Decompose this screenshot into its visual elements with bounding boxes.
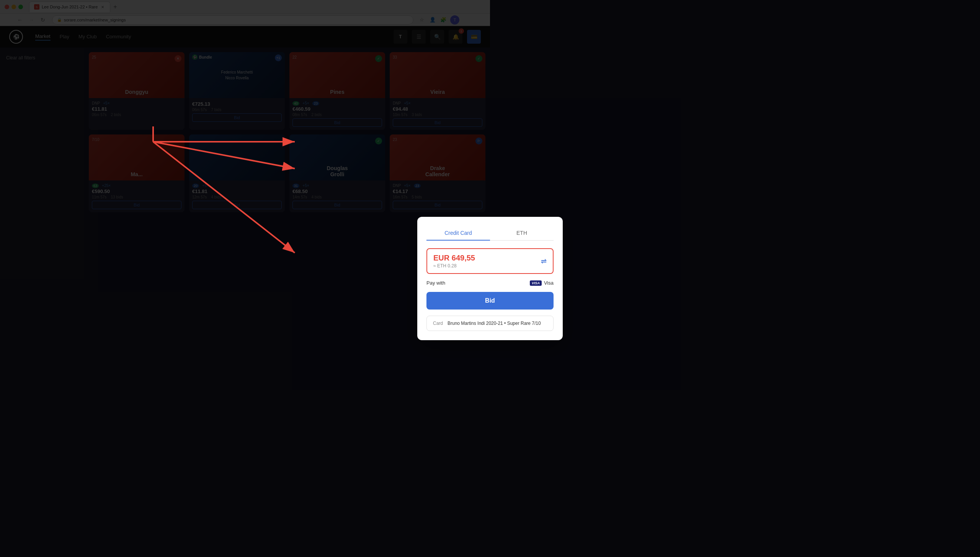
modal-container: Credit Card ETH EUR 649,55 ≈ ETH 0.28 ⇌ … bbox=[0, 0, 490, 278]
payment-tab-switcher: Credit Card ETH bbox=[426, 226, 490, 241]
amount-eur: EUR 649,55 bbox=[433, 254, 475, 262]
amount-values: EUR 649,55 ≈ ETH 0.28 bbox=[433, 254, 475, 269]
tab-credit-card[interactable]: Credit Card bbox=[426, 226, 490, 241]
payment-modal: Credit Card ETH EUR 649,55 ≈ ETH 0.28 ⇌ … bbox=[417, 217, 490, 278]
amount-eth: ≈ ETH 0.28 bbox=[433, 263, 475, 269]
amount-input-box[interactable]: EUR 649,55 ≈ ETH 0.28 ⇌ bbox=[426, 248, 490, 274]
